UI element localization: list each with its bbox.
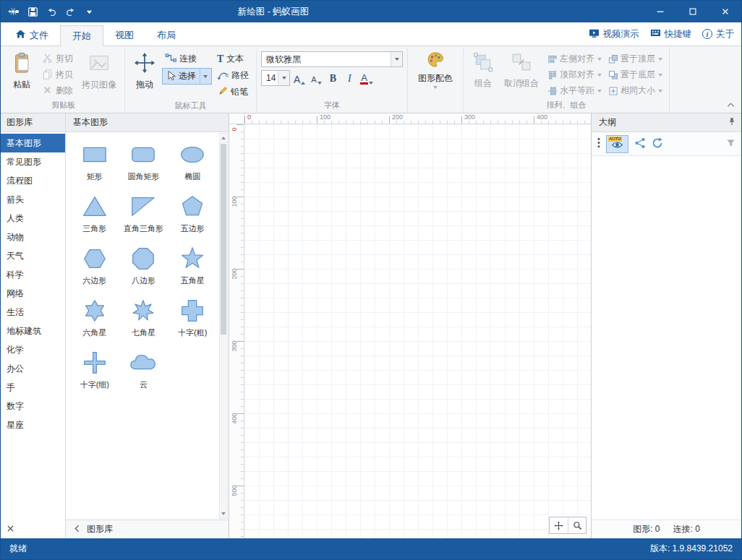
arrange-button[interactable]: 置于底层: [605, 67, 665, 82]
shape-item[interactable]: 五边形: [168, 191, 217, 239]
dropdown-caret-icon[interactable]: [658, 90, 662, 92]
category-item[interactable]: 手: [1, 378, 65, 397]
scroll-down-icon[interactable]: [220, 509, 227, 518]
category-item[interactable]: 网络: [1, 284, 65, 303]
font-family-select[interactable]: 微软雅黑: [261, 51, 403, 67]
arrange-button[interactable]: 左侧对齐: [545, 51, 604, 66]
paste-button[interactable]: 粘贴: [7, 49, 37, 99]
category-item[interactable]: 流程图: [1, 171, 65, 190]
quick-access-dropdown-icon[interactable]: [80, 1, 98, 22]
refresh-icon[interactable]: [652, 137, 663, 151]
arrange-button[interactable]: 相同大小: [605, 83, 665, 98]
category-item[interactable]: 动物: [1, 228, 65, 246]
shape-item[interactable]: 七角星: [119, 296, 169, 343]
category-item[interactable]: 数字: [1, 397, 65, 415]
shape-item[interactable]: 八边形: [119, 244, 169, 291]
arrange-button[interactable]: 顶部对齐: [545, 67, 604, 82]
shape-item[interactable]: 五角星: [168, 244, 217, 291]
copy-image-button[interactable]: 拷贝图像: [78, 49, 120, 99]
undo-icon[interactable]: [43, 1, 60, 22]
shape-palette-button[interactable]: 图形配色: [412, 49, 459, 110]
ruler-label: 100: [231, 194, 238, 209]
category-item[interactable]: 办公: [1, 359, 65, 378]
shape-item[interactable]: 六角星: [70, 296, 119, 343]
tab-start[interactable]: 开始: [60, 25, 103, 46]
tab-layout[interactable]: 布局: [145, 25, 187, 46]
shape-item[interactable]: 圆角矩形: [119, 139, 169, 187]
arrange-button[interactable]: 置于顶层: [605, 51, 665, 66]
path-tool-button[interactable]: 路径: [214, 68, 252, 83]
category-item[interactable]: 化学: [1, 340, 65, 359]
drag-tool-button[interactable]: 拖动: [129, 49, 160, 100]
font-size-select[interactable]: 14: [261, 70, 290, 86]
pencil-tool-button[interactable]: 铅笔: [214, 85, 252, 100]
group-button[interactable]: 组合: [468, 49, 498, 99]
filter-icon[interactable]: [726, 139, 735, 150]
font-color-button[interactable]: A: [359, 70, 375, 86]
collapse-ribbon-icon[interactable]: [724, 99, 737, 110]
bold-button[interactable]: B: [325, 70, 340, 86]
font-size-dropdown-icon[interactable]: [278, 71, 289, 85]
dropdown-caret-icon[interactable]: [597, 58, 602, 61]
minimize-button[interactable]: [644, 1, 676, 22]
shape-item[interactable]: 三角形: [70, 191, 119, 239]
connect-tool-button[interactable]: 连接: [162, 51, 212, 66]
category-item[interactable]: 生活: [1, 303, 65, 322]
video-demo-button[interactable]: 视频演示: [589, 28, 639, 40]
titlebar: 新绘图 - 蚂蚁画图: [1, 1, 741, 22]
tab-file[interactable]: 文件: [4, 25, 60, 46]
close-library-icon[interactable]: [7, 524, 14, 534]
category-item[interactable]: 地标建筑: [1, 322, 65, 340]
delete-button[interactable]: 删除: [39, 83, 76, 98]
pan-icon[interactable]: [550, 517, 568, 533]
font-family-dropdown-icon[interactable]: [391, 52, 402, 66]
about-button[interactable]: 关于: [702, 28, 734, 40]
ungroup-button[interactable]: 取消组合: [500, 49, 542, 99]
shape-item[interactable]: 十字(粗): [168, 296, 217, 343]
auto-refresh-toggle[interactable]: AUTO: [606, 135, 628, 153]
scrollbar-thumb[interactable]: [221, 144, 226, 335]
pin-icon[interactable]: [728, 117, 736, 128]
zoom-icon[interactable]: [568, 517, 586, 533]
save-icon[interactable]: [24, 1, 41, 22]
category-item[interactable]: 科学: [1, 265, 65, 284]
outline-body[interactable]: [592, 156, 741, 520]
category-item[interactable]: 人类: [1, 209, 65, 228]
text-tool-button[interactable]: T 文本: [214, 51, 252, 66]
shape-item[interactable]: 六边形: [70, 244, 119, 291]
shapes-scrollbar[interactable]: [219, 133, 228, 519]
share-icon[interactable]: [634, 137, 646, 151]
redo-icon[interactable]: [61, 1, 79, 22]
dropdown-caret-icon[interactable]: [597, 90, 602, 92]
italic-button[interactable]: I: [342, 70, 357, 86]
shape-item[interactable]: 椭圆: [168, 139, 217, 187]
category-item[interactable]: 基本图形: [1, 134, 65, 152]
select-tool-button[interactable]: 选择: [162, 68, 212, 85]
cut-button[interactable]: 剪切: [39, 51, 76, 66]
ellipse-shape-icon: [176, 139, 208, 170]
dropdown-caret-icon[interactable]: [658, 74, 662, 77]
category-item[interactable]: 箭头: [1, 190, 65, 209]
library-footer-bar[interactable]: 图形库: [66, 520, 229, 538]
dropdown-caret-icon[interactable]: [597, 74, 602, 77]
menu-dots-icon[interactable]: [597, 137, 600, 150]
category-item[interactable]: 星座: [1, 415, 65, 434]
shape-item[interactable]: 云: [119, 348, 169, 395]
scroll-up-icon[interactable]: [220, 134, 227, 142]
tab-view[interactable]: 视图: [103, 25, 145, 46]
shape-item[interactable]: 十字(细): [70, 348, 119, 395]
shape-item[interactable]: 直角三角形: [119, 191, 169, 239]
increase-font-button[interactable]: A: [292, 70, 307, 86]
category-item[interactable]: 常见图形: [1, 152, 65, 171]
category-item[interactable]: 天气: [1, 246, 65, 265]
shape-item[interactable]: 矩形: [70, 139, 119, 187]
maximize-button[interactable]: [676, 1, 709, 22]
dropdown-caret-icon[interactable]: [658, 58, 662, 61]
drawing-canvas[interactable]: [244, 124, 591, 538]
close-button[interactable]: [709, 1, 741, 22]
shortcuts-button[interactable]: 快捷键: [650, 28, 692, 40]
decrease-font-button[interactable]: A: [309, 70, 323, 86]
arrange-button[interactable]: 水平等距: [545, 83, 604, 98]
copy-button[interactable]: 拷贝: [39, 67, 76, 82]
select-tool-dropdown[interactable]: [200, 69, 210, 84]
